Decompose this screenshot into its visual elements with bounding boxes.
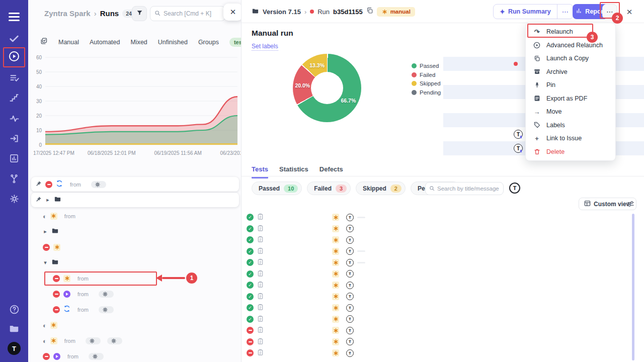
test-row[interactable]: ✓T bbox=[247, 234, 634, 246]
tab-manual[interactable]: Manual bbox=[58, 39, 79, 46]
folder-icon bbox=[252, 7, 259, 17]
menu-item-launch-a-copy[interactable]: Launch a Copy bbox=[526, 52, 615, 65]
filter-button[interactable] bbox=[132, 6, 147, 21]
run-status-icon: ◐ bbox=[43, 212, 47, 221]
tab-tests[interactable]: Tests bbox=[252, 165, 268, 178]
run-summary-button[interactable]: ✦Run Summary ⋯ bbox=[493, 4, 574, 19]
manual-icon bbox=[332, 338, 339, 345]
run-row[interactable]: from bbox=[28, 302, 242, 317]
runs-play-icon[interactable] bbox=[0, 49, 28, 64]
view-settings-icon[interactable] bbox=[627, 200, 634, 210]
layers-icon[interactable] bbox=[40, 37, 48, 47]
test-row[interactable]: ✓T bbox=[247, 291, 634, 303]
scrollbar[interactable] bbox=[632, 214, 634, 360]
branch-icon[interactable] bbox=[0, 171, 28, 186]
projects-folder-icon[interactable] bbox=[0, 321, 28, 336]
run-row[interactable]: ◐from bbox=[28, 208, 242, 224]
tab-groups[interactable]: Groups bbox=[198, 39, 219, 46]
test-row[interactable]: ✓T bbox=[247, 212, 634, 223]
analytics-icon[interactable] bbox=[0, 151, 28, 166]
run-row[interactable]: from bbox=[28, 348, 242, 362]
tab-unfinished[interactable]: Unfinished bbox=[158, 39, 188, 46]
move-icon: → bbox=[533, 108, 541, 116]
panel-close-button[interactable]: ✕ bbox=[223, 4, 242, 21]
help-icon[interactable] bbox=[0, 302, 28, 317]
test-row[interactable]: T bbox=[247, 347, 634, 359]
test-row[interactable]: ✓T bbox=[247, 246, 634, 257]
run-row[interactable]: from bbox=[31, 177, 239, 192]
filter-count-badge: 10 bbox=[284, 185, 298, 193]
runs-list: from▸◐from▸▾fromfromfrom◐◐fromfrom bbox=[28, 177, 242, 362]
chevron-down-icon[interactable]: ▾ bbox=[43, 259, 48, 266]
test-status-icon: ✓ bbox=[247, 282, 254, 289]
filter-skipped[interactable]: Skipped2 bbox=[356, 182, 406, 195]
assignee-avatar: T bbox=[346, 259, 354, 266]
hamburger-icon[interactable] bbox=[0, 9, 28, 24]
tests-search-input[interactable] bbox=[437, 186, 500, 192]
run-row[interactable]: ▸ bbox=[31, 193, 239, 207]
legend-item[interactable]: Skipped bbox=[412, 79, 441, 87]
menu-item-delete[interactable]: Delete bbox=[526, 145, 615, 159]
test-row[interactable]: ✓T bbox=[247, 223, 634, 235]
chevron-right-icon[interactable]: ▸ bbox=[45, 197, 50, 203]
test-row[interactable]: T bbox=[247, 336, 634, 348]
menu-item-relaunch[interactable]: ↷Relaunch bbox=[526, 25, 615, 39]
info-value bbox=[514, 62, 521, 66]
tasks-check-icon[interactable] bbox=[0, 31, 28, 46]
test-row[interactable]: ✓T bbox=[247, 257, 634, 268]
run-row[interactable]: ◐ bbox=[28, 317, 242, 333]
assignee-avatar[interactable]: T bbox=[509, 183, 520, 194]
close-run-button[interactable]: ✕ bbox=[624, 7, 635, 18]
pulse-icon[interactable] bbox=[0, 111, 28, 126]
plus-icon: + bbox=[533, 135, 541, 142]
copy-icon[interactable] bbox=[366, 7, 373, 16]
milestones-icon[interactable] bbox=[0, 90, 28, 106]
test-row[interactable]: ✓T bbox=[247, 302, 634, 314]
menu-item-export-as-pdf[interactable]: Export as PDF bbox=[526, 92, 615, 106]
project-name[interactable]: Zyntra Spark bbox=[44, 9, 91, 18]
tab-test-badge[interactable]: tes bbox=[229, 38, 242, 47]
testcase-icon bbox=[257, 303, 264, 312]
user-avatar[interactable]: T bbox=[0, 341, 28, 356]
menu-item-pin[interactable]: Pin bbox=[526, 78, 615, 92]
tab-defects[interactable]: Defects bbox=[319, 165, 343, 178]
run-row[interactable]: ▾ bbox=[28, 255, 242, 270]
breadcrumb-folder[interactable]: Version 7.15 bbox=[263, 8, 301, 16]
test-row[interactable]: ✓T bbox=[247, 268, 634, 280]
gear-icon[interactable] bbox=[0, 191, 28, 206]
filter-failed[interactable]: Failed3 bbox=[307, 182, 351, 195]
menu-item-advanced-relaunch[interactable]: Advanced Relaunch bbox=[526, 39, 615, 52]
tab-automated[interactable]: Automated bbox=[90, 39, 120, 46]
legend-item[interactable]: Passed bbox=[412, 62, 441, 70]
run-row[interactable]: ▸ bbox=[28, 224, 242, 239]
tab-mixed[interactable]: Mixed bbox=[130, 39, 147, 46]
run-summary-more-button[interactable]: ⋯ bbox=[557, 5, 573, 19]
tab-statistics[interactable]: Statistics bbox=[279, 165, 308, 178]
run-more-actions-button[interactable]: ⋯ bbox=[602, 4, 617, 19]
test-list-icon[interactable] bbox=[0, 70, 28, 85]
chevron-right-icon[interactable]: ▸ bbox=[43, 228, 48, 235]
results-donut-chart: 66.7%20.0%13.3% bbox=[293, 54, 361, 122]
runs-search[interactable] bbox=[150, 6, 225, 21]
legend-item[interactable]: Pending bbox=[412, 88, 441, 97]
manual-icon bbox=[53, 244, 60, 251]
test-row[interactable]: ✓T bbox=[247, 280, 634, 291]
menu-item-move[interactable]: →Move bbox=[526, 105, 615, 119]
run-row[interactable]: from bbox=[28, 270, 242, 286]
run-row[interactable]: from bbox=[28, 286, 242, 302]
import-icon[interactable] bbox=[0, 131, 28, 146]
menu-item-labels[interactable]: Labels bbox=[526, 119, 615, 132]
menu-item-archive[interactable]: Archive bbox=[526, 65, 615, 79]
menu-item-link-to-issue[interactable]: +Link to Issue bbox=[526, 132, 615, 145]
run-row[interactable] bbox=[28, 239, 242, 255]
filter-passed[interactable]: Passed10 bbox=[252, 182, 302, 195]
assignee-avatar: T bbox=[346, 247, 354, 255]
test-row[interactable]: ✓T bbox=[247, 314, 634, 325]
legend-item[interactable]: Failed bbox=[412, 71, 441, 79]
user-avatar: T bbox=[514, 144, 523, 153]
tests-search[interactable] bbox=[425, 182, 504, 195]
run-row[interactable]: ◐from bbox=[28, 333, 242, 348]
set-labels-link[interactable]: Set labels bbox=[252, 43, 278, 51]
search-input[interactable] bbox=[164, 10, 221, 17]
test-row[interactable]: T bbox=[247, 325, 634, 336]
